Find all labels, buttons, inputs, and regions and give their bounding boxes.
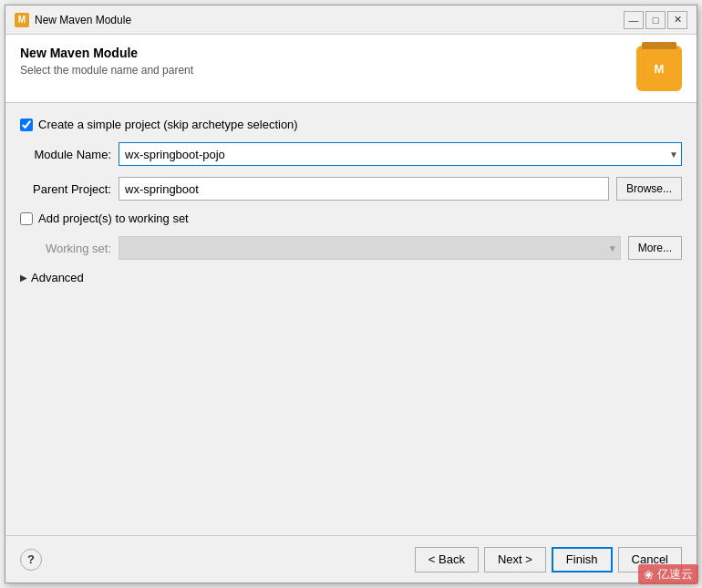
window-title: New Maven Module	[35, 14, 131, 26]
working-set-checkbox[interactable]	[20, 212, 33, 225]
working-set-input-wrapper: ▼	[119, 236, 621, 260]
module-name-row: Module Name: ▼	[20, 142, 682, 166]
module-name-input-wrapper: ▼	[119, 142, 682, 166]
watermark: ❀ 亿速云	[638, 564, 698, 584]
footer-section: ? < Back Next > Finish Cancel	[5, 535, 697, 583]
more-button[interactable]: More...	[628, 236, 682, 260]
working-set-row: Working set: ▼ More...	[20, 236, 682, 260]
maximize-button[interactable]: □	[645, 11, 666, 29]
parent-project-input[interactable]	[119, 177, 609, 201]
working-set-checkbox-label[interactable]: Add project(s) to working set	[38, 211, 189, 225]
header-title: New Maven Module	[20, 46, 193, 60]
simple-project-label[interactable]: Create a simple project (skip archetype …	[38, 118, 298, 131]
browse-button[interactable]: Browse...	[616, 177, 682, 201]
header-section: New Maven Module Select the module name …	[5, 35, 697, 103]
simple-project-row: Create a simple project (skip archetype …	[20, 118, 682, 131]
maven-title-icon: M	[15, 13, 29, 27]
working-set-input	[119, 236, 621, 260]
parent-project-label: Parent Project:	[20, 182, 111, 196]
header-subtitle: Select the module name and parent	[20, 64, 193, 77]
help-button[interactable]: ?	[20, 549, 42, 571]
dialog-window: M New Maven Module — □ ✕ New Maven Modul…	[5, 5, 697, 583]
advanced-arrow-icon: ▶	[20, 273, 27, 283]
title-bar-left: M New Maven Module	[15, 13, 131, 27]
minimize-button[interactable]: —	[624, 11, 644, 29]
watermark-icon: ❀	[644, 568, 654, 582]
working-set-checkbox-row: Add project(s) to working set	[20, 211, 682, 225]
back-button[interactable]: < Back	[415, 547, 479, 573]
parent-project-row: Parent Project: Browse...	[20, 177, 682, 201]
working-set-label: Working set:	[20, 242, 111, 255]
title-bar: M New Maven Module — □ ✕	[5, 5, 697, 35]
close-button[interactable]: ✕	[667, 11, 687, 29]
next-button[interactable]: Next >	[484, 547, 546, 573]
module-name-input[interactable]	[119, 142, 682, 166]
content-spacer	[20, 295, 682, 521]
module-name-label: Module Name:	[20, 148, 111, 161]
watermark-text: 亿速云	[657, 566, 693, 583]
advanced-row[interactable]: ▶ Advanced	[20, 271, 682, 284]
simple-project-checkbox[interactable]	[20, 119, 33, 131]
title-bar-controls: — □ ✕	[624, 11, 687, 29]
finish-button[interactable]: Finish	[552, 547, 613, 573]
header-text: New Maven Module Select the module name …	[20, 46, 193, 77]
footer-left: ?	[20, 549, 42, 571]
maven-header-icon: M	[636, 46, 682, 91]
content-section: Create a simple project (skip archetype …	[5, 103, 697, 535]
advanced-label[interactable]: Advanced	[31, 271, 84, 284]
